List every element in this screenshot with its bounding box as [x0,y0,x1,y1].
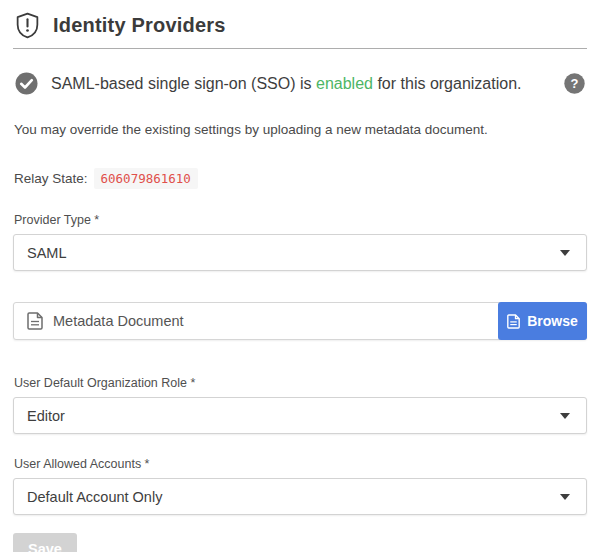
svg-text:?: ? [571,76,579,91]
override-note: You may override the existing settings b… [13,122,587,137]
metadata-upload-placeholder: Metadata Document [53,313,184,329]
provider-type-select[interactable]: SAML [13,234,587,271]
allowed-accounts-value: Default Account Only [27,489,162,505]
identity-providers-page: Identity Providers SAML-based single sig… [0,0,600,552]
status-suffix: for this organization. [377,75,521,92]
status-state: enabled [316,75,373,92]
sso-status-row: SAML-based single sign-on (SSO) is enabl… [13,72,587,95]
default-org-role-label: User Default Organization Role * [13,376,587,390]
document-icon [27,312,43,330]
sso-status-message: SAML-based single sign-on (SSO) is enabl… [51,75,522,93]
check-circle-icon [15,72,38,95]
allowed-accounts-select[interactable]: Default Account Only [13,478,587,515]
default-org-role-select[interactable]: Editor [13,397,587,434]
provider-type-value: SAML [27,245,67,261]
browse-button[interactable]: Browse [498,302,587,340]
help-icon[interactable]: ? [564,73,585,94]
metadata-upload-left[interactable]: Metadata Document [14,312,184,330]
default-org-role-value: Editor [27,408,65,424]
browse-button-label: Browse [527,313,578,329]
relay-state-row: Relay State: 606079861610 [13,168,587,189]
metadata-upload-field[interactable]: Metadata Document Browse [13,302,587,340]
chevron-down-icon [560,250,570,256]
provider-type-group: Provider Type * SAML [13,213,587,271]
allowed-accounts-label: User Allowed Accounts * [13,457,587,471]
page-title: Identity Providers [53,14,226,37]
chevron-down-icon [560,494,570,500]
allowed-accounts-group: User Allowed Accounts * Default Account … [13,457,587,515]
save-button[interactable]: Save [13,533,77,552]
relay-state-label: Relay State: [14,171,88,186]
page-header: Identity Providers [13,10,587,39]
browse-document-icon [507,314,520,329]
chevron-down-icon [560,413,570,419]
provider-type-label: Provider Type * [13,213,587,227]
relay-state-value: 606079861610 [94,168,198,189]
header-divider [13,48,587,49]
default-org-role-group: User Default Organization Role * Editor [13,376,587,434]
status-prefix: SAML-based single sign-on (SSO) is [51,75,312,92]
shield-alert-icon [15,12,40,39]
